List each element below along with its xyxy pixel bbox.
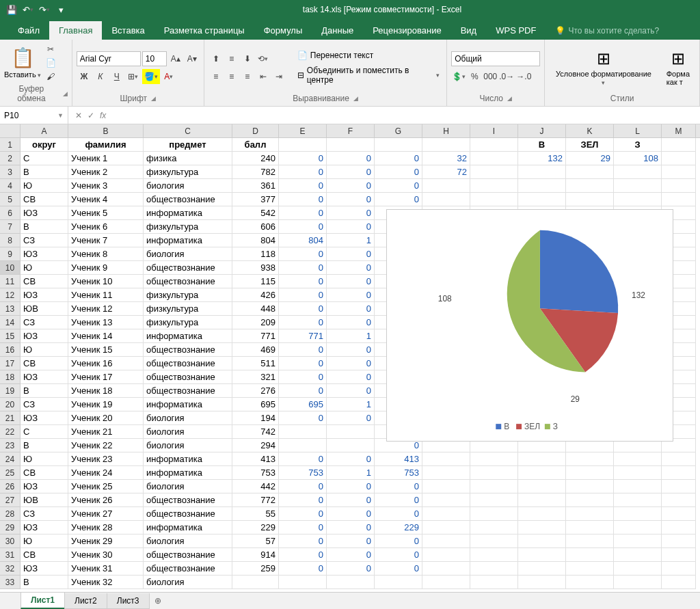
indent-increase-icon[interactable]: ⇥	[271, 69, 286, 84]
header-cell[interactable]: ЗЕЛ	[566, 138, 614, 152]
cell-C4[interactable]: биология	[144, 179, 232, 193]
tab-file[interactable]: Файл	[8, 21, 49, 40]
cell-M29[interactable]	[662, 521, 696, 534]
cell-D15[interactable]: 771	[232, 329, 279, 343]
cell-E24[interactable]: 0	[279, 452, 327, 466]
cell-A16[interactable]: Ю	[21, 343, 68, 357]
cell-C29[interactable]: информатика	[144, 521, 232, 534]
cell-H32[interactable]	[422, 562, 470, 576]
cell-E9[interactable]: 0	[279, 247, 327, 261]
cell-I31[interactable]	[470, 548, 518, 562]
formula-input[interactable]	[113, 107, 700, 124]
align-right-icon[interactable]: ≡	[240, 69, 255, 84]
tab-view[interactable]: Вид	[451, 21, 487, 40]
sheet-tab-1[interactable]: Лист1	[21, 593, 65, 609]
cell-D20[interactable]: 695	[232, 398, 279, 411]
cell-F17[interactable]: 0	[327, 357, 375, 370]
header-cell[interactable]	[279, 138, 327, 152]
fx-icon[interactable]: fx	[100, 111, 106, 120]
cell-K28[interactable]	[566, 507, 614, 521]
cell-H33[interactable]	[422, 576, 470, 589]
row-header[interactable]: 18	[0, 370, 21, 384]
cell-L26[interactable]	[614, 480, 662, 493]
cell-A28[interactable]: СЗ	[21, 507, 68, 521]
row-header[interactable]: 30	[0, 534, 21, 548]
cell-F19[interactable]: 0	[327, 384, 375, 398]
cell-B11[interactable]: Ученик 10	[68, 275, 144, 288]
cell-F7[interactable]: 0	[327, 220, 375, 234]
tab-review[interactable]: Рецензирование	[363, 21, 450, 40]
cell-H5[interactable]	[422, 193, 470, 206]
redo-icon[interactable]: ↷	[37, 2, 52, 17]
cell-E12[interactable]: 0	[279, 288, 327, 302]
cell-B9[interactable]: Ученик 8	[68, 247, 144, 261]
cell-I29[interactable]	[470, 521, 518, 534]
cell-F10[interactable]: 0	[327, 261, 375, 275]
cell-I25[interactable]	[470, 466, 518, 480]
cell-F32[interactable]: 0	[327, 562, 375, 576]
cell-F15[interactable]: 1	[327, 329, 375, 343]
cell-E6[interactable]: 0	[279, 206, 327, 220]
row-header[interactable]: 17	[0, 357, 21, 370]
cell-I5[interactable]	[470, 193, 518, 206]
cell-I26[interactable]	[470, 480, 518, 493]
cell-I28[interactable]	[470, 507, 518, 521]
cell-C27[interactable]: обществознание	[144, 493, 232, 507]
cell-E32[interactable]: 0	[279, 562, 327, 576]
cell-E26[interactable]: 0	[279, 480, 327, 493]
cell-E18[interactable]: 0	[279, 370, 327, 384]
row-header[interactable]: 22	[0, 425, 21, 439]
cell-H4[interactable]	[422, 179, 470, 193]
cell-E27[interactable]: 0	[279, 493, 327, 507]
cell-A32[interactable]: ЮЗ	[21, 562, 68, 576]
row-header[interactable]: 28	[0, 507, 21, 521]
cell-E30[interactable]: 0	[279, 534, 327, 548]
cell-K32[interactable]	[566, 562, 614, 576]
cell-L29[interactable]	[614, 521, 662, 534]
cell-C19[interactable]: обществознание	[144, 384, 232, 398]
cell-D12[interactable]: 426	[232, 288, 279, 302]
bold-button[interactable]: Ж	[77, 69, 92, 84]
cell-C2[interactable]: физика	[144, 152, 232, 165]
cell-B5[interactable]: Ученик 4	[68, 193, 144, 206]
cell-G24[interactable]: 413	[375, 452, 422, 466]
cell-B14[interactable]: Ученик 13	[68, 316, 144, 329]
border-button[interactable]: ⊞	[126, 69, 141, 84]
cell-A10[interactable]: Ю	[21, 261, 68, 275]
cell-K29[interactable]	[566, 521, 614, 534]
cell-D14[interactable]: 209	[232, 316, 279, 329]
cell-F33[interactable]	[327, 576, 375, 589]
new-sheet-button[interactable]: ⊕	[149, 593, 167, 608]
cell-M5[interactable]	[662, 193, 696, 206]
underline-button[interactable]: Ч	[109, 69, 124, 84]
cell-D9[interactable]: 118	[232, 247, 279, 261]
row-header[interactable]: 5	[0, 193, 21, 206]
cell-F21[interactable]: 0	[327, 411, 375, 425]
header-cell[interactable]: З	[614, 138, 662, 152]
cell-F8[interactable]: 1	[327, 234, 375, 247]
indent-decrease-icon[interactable]: ⇤	[256, 69, 271, 84]
cell-M3[interactable]	[662, 165, 696, 179]
save-icon[interactable]: 💾	[4, 2, 19, 17]
row-header[interactable]: 26	[0, 480, 21, 493]
col-header-L[interactable]: L	[614, 124, 662, 137]
cell-C16[interactable]: обществознание	[144, 343, 232, 357]
cell-D32[interactable]: 259	[232, 562, 279, 576]
cell-E33[interactable]	[279, 576, 327, 589]
font-color-button[interactable]: A	[161, 69, 176, 84]
col-header-B[interactable]: B	[68, 124, 144, 137]
header-cell[interactable]	[375, 138, 422, 152]
cell-A14[interactable]: СЗ	[21, 316, 68, 329]
format-table-button[interactable]: ⊞ Форма как т	[661, 49, 695, 86]
row-header[interactable]: 4	[0, 179, 21, 193]
cell-C13[interactable]: физкультура	[144, 302, 232, 316]
cell-A18[interactable]: ЮЗ	[21, 370, 68, 384]
cell-D19[interactable]: 276	[232, 384, 279, 398]
increase-decimal-icon[interactable]: .0→	[498, 69, 515, 84]
cell-C6[interactable]: информатика	[144, 206, 232, 220]
header-cell[interactable]	[470, 138, 518, 152]
clipboard-launcher-icon[interactable]: ◢	[63, 90, 68, 97]
cell-A21[interactable]: ЮЗ	[21, 411, 68, 425]
cell-B30[interactable]: Ученик 29	[68, 534, 144, 548]
align-middle-icon[interactable]: ≡	[224, 51, 239, 66]
